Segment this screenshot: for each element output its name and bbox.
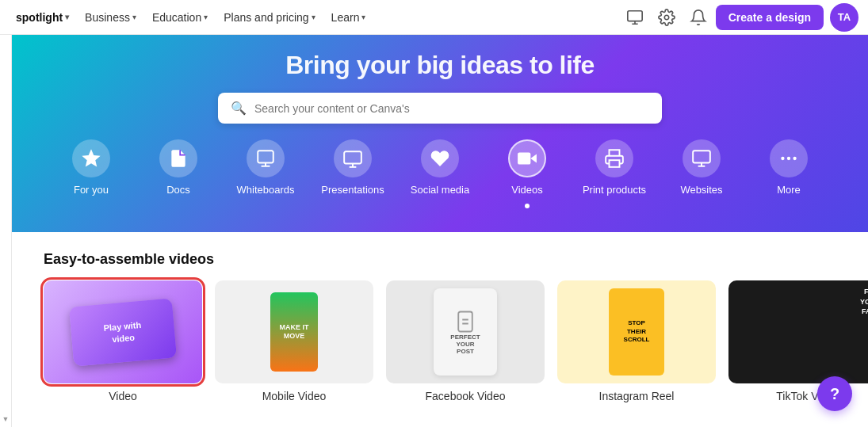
svg-rect-8 [518, 152, 530, 164]
category-presentations[interactable]: Presentations [309, 139, 396, 196]
hero-banner: Bring your big ideas to life 🔍 For you [12, 35, 868, 232]
business-label: Business [85, 11, 130, 24]
category-social-media[interactable]: Social media [396, 139, 484, 196]
thumb-mobile-bg: MAKE ITMOVE [215, 280, 373, 383]
thumb-reel-inner: STOPTHEIRSCROLL [609, 288, 664, 376]
svg-point-15 [793, 157, 796, 160]
card-video[interactable]: Play withvideo Video [44, 280, 202, 402]
mobile-video-thumb: MAKE ITMOVE [215, 280, 373, 383]
card-facebook-video[interactable]: PERFECTYOURPOST Facebook Video [386, 280, 545, 402]
instagram-reel-thumb: STOPTHEIRSCROLL [557, 280, 716, 383]
thumb-fb-text: PERFECTYOURPOST [450, 334, 480, 355]
top-nav: spotlight ▾ Business ▾ Education ▾ Plans… [0, 0, 868, 35]
education-label: Education [152, 11, 201, 24]
help-button[interactable]: ? [817, 376, 852, 411]
category-websites[interactable]: Websites [658, 139, 745, 196]
section-title: Easy-to-assemble videos [44, 251, 836, 268]
search-icon: 🔍 [231, 101, 247, 116]
scroll-down-btn[interactable]: ▼ [0, 411, 12, 427]
video-cards-row: Play withvideo Video MAKE ITMOVE [44, 280, 836, 402]
thumb-tiktok-inner: FINDYOURFANS [728, 280, 868, 383]
content-area: ▲ ▼ Bring your big ideas to life 🔍 For y… [12, 35, 868, 427]
mobile-video-label: Mobile Video [262, 390, 327, 402]
learn-label: Learn [331, 11, 360, 24]
active-indicator [525, 204, 530, 208]
main-content: Easy-to-assemble videos Play withvideo V… [12, 232, 868, 427]
plans-label: Plans and pricing [224, 11, 308, 24]
search-input[interactable] [254, 102, 649, 115]
svg-rect-9 [610, 160, 620, 167]
svg-rect-2 [258, 151, 273, 162]
svg-rect-0 [628, 10, 642, 21]
svg-rect-16 [458, 311, 472, 331]
categories-row: For you Docs Whiteboards [44, 139, 836, 208]
svg-rect-5 [344, 151, 361, 163]
thumb-mobile-inner: MAKE ITMOVE [270, 292, 318, 372]
category-videos[interactable]: Videos [484, 139, 571, 208]
svg-point-13 [781, 157, 784, 160]
category-for-you[interactable]: For you [48, 139, 135, 196]
card-instagram-reel[interactable]: STOPTHEIRSCROLL Instagram Reel [557, 280, 716, 402]
svg-rect-10 [693, 151, 710, 162]
spotlight-label: spotlight [16, 11, 63, 24]
video-label: Video [109, 390, 137, 402]
education-chevron: ▾ [204, 13, 208, 21]
category-whiteboards[interactable]: Whiteboards [222, 139, 309, 196]
facebook-video-thumb: PERFECTYOURPOST [386, 280, 545, 383]
card-mobile-video[interactable]: MAKE ITMOVE Mobile Video [215, 280, 373, 402]
thumb-tiktok-text: FINDYOURFANS [860, 287, 868, 317]
thumb-video-bg: Play withvideo [44, 280, 202, 383]
nav-education[interactable]: Education ▾ [146, 6, 214, 29]
search-bar[interactable]: 🔍 [218, 93, 662, 124]
tiktok-video-thumb: FINDYOURFANS [728, 280, 868, 383]
business-chevron: ▾ [132, 13, 136, 21]
nav-spotlight[interactable]: spotlight ▾ [10, 6, 75, 29]
facebook-video-label: Facebook Video [426, 390, 506, 402]
nav-learn[interactable]: Learn ▾ [325, 6, 373, 29]
left-panel: ▲ ▼ [0, 0, 12, 427]
nav-plans[interactable]: Plans and pricing ▾ [217, 6, 321, 29]
spotlight-chevron: ▾ [65, 13, 69, 21]
monitor-icon-btn[interactable] [621, 3, 649, 32]
video-thumb: Play withvideo [44, 280, 202, 383]
notification-icon-btn[interactable] [684, 3, 713, 32]
thumb-video-text: Play withvideo [103, 319, 143, 345]
settings-icon-btn[interactable] [652, 3, 681, 32]
learn-chevron: ▾ [361, 13, 365, 21]
thumb-reel-bg: STOPTHEIRSCROLL [557, 280, 716, 383]
plans-chevron: ▾ [312, 13, 315, 21]
thumb-fb-bg: PERFECTYOURPOST [386, 280, 545, 383]
instagram-reel-label: Instagram Reel [599, 390, 675, 402]
thumb-reel-text: STOPTHEIRSCROLL [624, 319, 650, 344]
avatar[interactable]: TA [830, 3, 858, 32]
hero-title: Bring your big ideas to life [44, 51, 836, 80]
svg-point-1 [664, 15, 669, 20]
category-docs[interactable]: Docs [135, 139, 222, 196]
create-design-button[interactable]: Create a design [716, 5, 824, 30]
category-more[interactable]: More [745, 139, 832, 196]
thumb-fb-inner: PERFECTYOURPOST [434, 288, 497, 376]
thumb-video-inner: Play withvideo [69, 298, 177, 366]
page-wrapper: spotlight ▾ Business ▾ Education ▾ Plans… [0, 0, 868, 427]
svg-point-14 [787, 157, 790, 160]
thumb-tiktok-bg: FINDYOURFANS [728, 280, 868, 383]
category-print-products[interactable]: Print products [571, 139, 658, 196]
thumb-mobile-text: MAKE ITMOVE [280, 323, 309, 341]
nav-business[interactable]: Business ▾ [78, 6, 143, 29]
